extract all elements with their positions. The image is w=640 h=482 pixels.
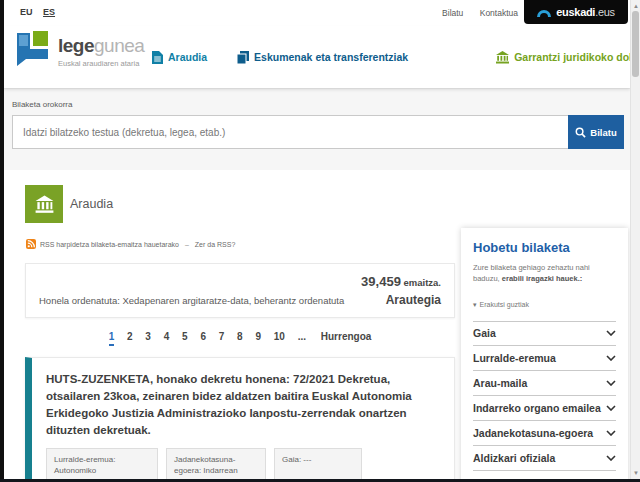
chevron-down-icon	[606, 380, 616, 386]
results-category: Arautegia	[361, 293, 441, 307]
sidebar-title: Hobetu bilaketa	[473, 240, 616, 255]
page-1[interactable]: 1	[109, 331, 115, 346]
tag-lurralde-eremua: Lurralde-eremua: Autonomiko	[46, 448, 158, 482]
rss-line: RSS harpidetza bilaketa-emaitza hauetara…	[26, 239, 235, 249]
show-all-filters-link-top[interactable]: ▾Erakutsi guztiak	[473, 301, 616, 309]
top-utility-bar: EU ES Bilatu Kontaktua euskadi.eus	[4, 0, 630, 26]
next-page-link[interactable]: Hurrengoa	[321, 331, 372, 344]
legegunea-logo[interactable]: legegunea Euskal araudiaren ataria	[14, 29, 144, 68]
euskadi-logo[interactable]: euskadi.eus	[524, 0, 628, 24]
search-label: Bilaketa orokorra	[12, 100, 72, 109]
pagination: 1 2 3 4 5 6 7 8 9 10 ... Hurrengoa	[25, 331, 455, 346]
rss-icon	[26, 239, 36, 249]
triangle-down-icon: ▾	[473, 301, 477, 308]
page-2[interactable]: 2	[127, 331, 133, 344]
screen-edge-left	[0, 0, 4, 482]
page: EU ES Bilatu Kontaktua euskadi.eus legeg…	[0, 0, 640, 482]
bank-icon	[496, 51, 509, 64]
nav-eskumenak-label: Eskumenak eta transferentziak	[254, 51, 408, 63]
sort-order-text: Honela ordenatuta: Xedapenaren argitarat…	[39, 295, 344, 309]
page-4[interactable]: 4	[164, 331, 170, 344]
scrollbar-up-arrow[interactable]: ▲	[631, 1, 640, 11]
page-7[interactable]: 7	[219, 331, 225, 344]
page-8[interactable]: 8	[237, 331, 243, 344]
page-title: Araudia	[70, 197, 113, 211]
copy-icon	[237, 51, 249, 64]
results-count: 39,459	[361, 274, 401, 289]
document-icon	[152, 51, 163, 64]
filter-arau-maila[interactable]: Arau-maila	[473, 371, 616, 396]
nav-araudia[interactable]: Araudia	[152, 51, 207, 64]
rss-separator: –	[185, 241, 189, 248]
logo-word-bold: lege	[58, 35, 94, 56]
main-nav: Araudia Eskumenak eta transferentziak Ga…	[152, 26, 626, 88]
scrollbar-thumb[interactable]	[632, 11, 639, 77]
filter-lurralde-eremua[interactable]: Lurralde-eremua	[473, 346, 616, 371]
chevron-down-icon	[606, 430, 616, 436]
bank-icon	[35, 195, 54, 214]
sidebar-intro-bold: erabili iragazki hauek.:	[502, 274, 582, 283]
page-3[interactable]: 3	[145, 331, 151, 344]
scrollbar[interactable]: ▲ ▼	[630, 0, 640, 482]
logo-word-light: gunea	[94, 35, 144, 56]
euskadi-arc-icon	[537, 10, 551, 17]
euskadi-logo-text: euskadi	[556, 6, 595, 18]
result-card: HUTS-ZUZENKETA, honako dekretu honena: 7…	[25, 357, 455, 482]
logo-tagline: Euskal araudiaren ataria	[58, 59, 144, 68]
section-icon-tile[interactable]	[25, 185, 63, 223]
top-contact-link[interactable]: Kontaktua	[480, 8, 518, 18]
language-switcher: EU ES	[12, 7, 55, 17]
page-9[interactable]: 9	[255, 331, 261, 344]
page-10[interactable]: 10	[274, 331, 285, 344]
result-title-link[interactable]: HUTS-ZUZENKETA, honako dekretu honena: 7…	[46, 371, 438, 439]
results-summary-card: Honela ordenatuta: Xedapenaren argitarat…	[25, 263, 455, 318]
what-is-rss-link[interactable]: Zer da RSS?	[195, 241, 235, 248]
search-input[interactable]	[12, 115, 568, 149]
lang-eu-link[interactable]: EU	[20, 7, 33, 17]
page-6[interactable]: 6	[200, 331, 206, 344]
tag-gaia: Gaia: ---	[274, 448, 362, 482]
top-links: Bilatu Kontaktua	[428, 8, 518, 18]
nav-dokumentazioa-label: Garrantzi juridikoko dokumentazioa	[514, 51, 640, 63]
search-icon	[575, 127, 586, 138]
filter-indarreko-organo[interactable]: Indarreko organo emailea	[473, 396, 616, 421]
site-header: legegunea Euskal araudiaren ataria Araud…	[4, 26, 630, 88]
euskadi-logo-suffix: .eus	[595, 6, 615, 18]
lang-es-link[interactable]: ES	[43, 7, 55, 17]
nav-eskumenak[interactable]: Eskumenak eta transferentziak	[237, 51, 408, 64]
filter-list: Gaia Lurralde-eremua Arau-maila Indarrek…	[473, 321, 616, 471]
results-count-suffix: emaitza.	[401, 277, 441, 288]
tag-jadanekotasuna: Jadanekotasuna-egoera: Indarrean	[166, 448, 266, 482]
chevron-down-icon	[606, 330, 616, 336]
page-5[interactable]: 5	[182, 331, 188, 344]
top-search-link[interactable]: Bilatu	[442, 8, 463, 18]
pagination-ellipsis: ...	[298, 331, 306, 344]
chevron-down-icon	[606, 405, 616, 411]
search-button-label: Bilatu	[590, 127, 616, 138]
refine-search-sidebar: Hobetu bilaketa Zure bilaketa gehiago ze…	[461, 228, 628, 482]
nav-dokumentazioa[interactable]: Garrantzi juridikoko dokumentazioa	[496, 51, 640, 64]
search-button[interactable]: Bilatu	[568, 115, 624, 149]
search-section: Bilaketa orokorra Bilatu	[4, 88, 630, 170]
rss-subscribe-link[interactable]: RSS harpidetza bilaketa-emaitza hauetara…	[40, 241, 179, 248]
legegunea-logo-icon	[14, 29, 50, 67]
filter-jadanekotasuna[interactable]: Jadanekotasuna-egoera	[473, 421, 616, 446]
chevron-down-icon	[606, 355, 616, 361]
scrollbar-down-arrow[interactable]: ▼	[631, 468, 640, 478]
filter-aldizkari-ofiziala[interactable]: Aldizkari ofiziala	[473, 446, 616, 471]
chevron-down-icon	[606, 455, 616, 461]
nav-araudia-label: Araudia	[168, 51, 207, 63]
filter-gaia[interactable]: Gaia	[473, 321, 616, 346]
